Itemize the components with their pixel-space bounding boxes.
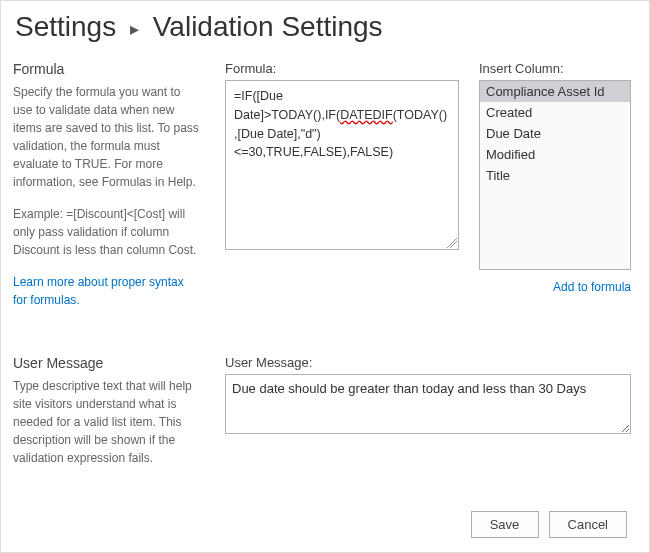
user-message-label: User Message: [225, 355, 631, 370]
list-item[interactable]: Title [480, 165, 630, 186]
breadcrumb-separator-icon: ▸ [130, 19, 139, 39]
list-item[interactable]: Modified [480, 144, 630, 165]
list-item[interactable]: Created [480, 102, 630, 123]
insert-column-listbox[interactable]: Compliance Asset Id Created Due Date Mod… [479, 80, 631, 270]
list-item[interactable]: Due Date [480, 123, 630, 144]
list-item[interactable]: Compliance Asset Id [480, 81, 630, 102]
cancel-button[interactable]: Cancel [549, 511, 627, 538]
save-button[interactable]: Save [471, 511, 539, 538]
user-message-help: Type descriptive text that will help sit… [13, 377, 201, 467]
formula-textarea[interactable]: =IF([Due Date]>TODAY(),IF(DATEDIF(TODAY(… [225, 80, 459, 250]
breadcrumb-current: Validation Settings [153, 11, 383, 42]
formula-label: Formula: [225, 61, 459, 76]
breadcrumb: Settings ▸ Validation Settings [13, 11, 631, 43]
insert-column-label: Insert Column: [479, 61, 631, 76]
resize-grip-icon[interactable] [447, 238, 457, 248]
formula-syntax-link[interactable]: Learn more about proper syntax for formu… [13, 275, 184, 307]
formula-help-1: Specify the formula you want to use to v… [13, 83, 201, 191]
formula-heading: Formula [13, 61, 201, 77]
user-message-heading: User Message [13, 355, 201, 371]
add-to-formula-link[interactable]: Add to formula [553, 280, 631, 294]
user-message-textarea[interactable] [225, 374, 631, 434]
formula-help-2: Example: =[Discount]<[Cost] will only pa… [13, 205, 201, 259]
spellcheck-underline: DATEDIF [340, 108, 393, 122]
breadcrumb-root[interactable]: Settings [15, 11, 116, 42]
